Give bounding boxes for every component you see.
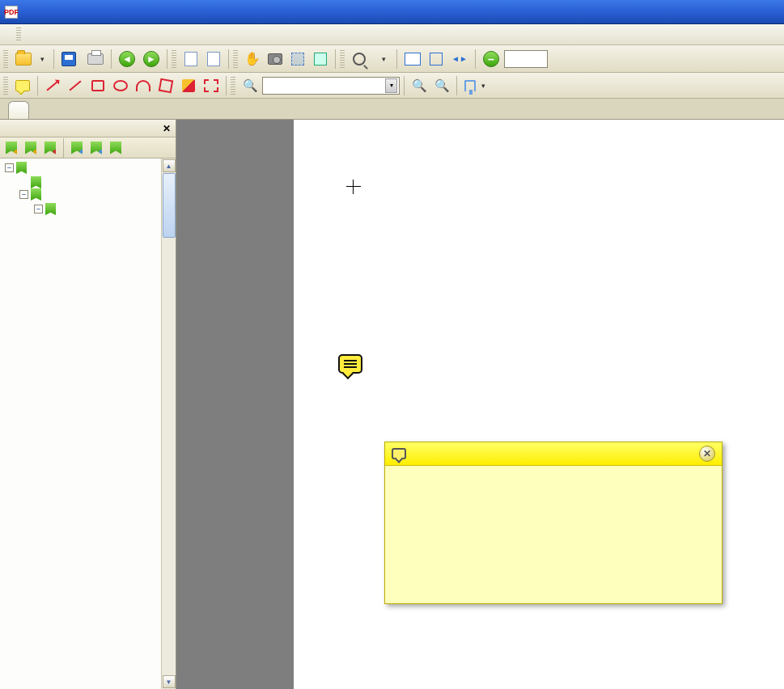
tree-node[interactable] — [19, 176, 176, 188]
find-combo[interactable]: ▾ — [262, 77, 400, 95]
scroll-thumb[interactable] — [163, 173, 176, 238]
find-button[interactable]: 🔍 — [239, 75, 261, 96]
separator — [456, 76, 457, 95]
printer-icon — [87, 53, 104, 65]
arrow-annot-button[interactable] — [42, 75, 63, 96]
sticky-note-button[interactable] — [12, 75, 33, 96]
nav-back-button[interactable]: ◄ — [116, 49, 138, 70]
toolbar-handle[interactable] — [340, 50, 345, 68]
title-bar: PDF — [0, 0, 784, 24]
sticky-note-header[interactable]: ✕ — [385, 442, 722, 466]
toolbar-handle[interactable] — [172, 50, 176, 68]
camera-icon — [268, 53, 282, 65]
bookmarks-toolbar — [0, 137, 176, 159]
snapshot-button[interactable] — [265, 49, 286, 70]
stamp-annot-button[interactable] — [201, 75, 222, 96]
bookmarks-tree: − − − — [0, 159, 176, 689]
separator — [228, 49, 229, 69]
collapse-icon[interactable]: − — [34, 205, 43, 213]
scroll-down-icon[interactable]: ▼ — [163, 675, 176, 688]
bookmark-indent-icon — [91, 142, 102, 154]
collapse-icon[interactable]: − — [19, 190, 28, 199]
separator — [396, 49, 397, 69]
arrow-icon — [46, 80, 58, 91]
bookmark-icon — [45, 203, 56, 215]
magnifier-icon — [353, 53, 366, 66]
app-icon: PDF — [5, 6, 18, 19]
chevron-down-icon[interactable]: ▾ — [479, 82, 487, 90]
bm-options-button[interactable] — [107, 139, 125, 157]
close-icon[interactable]: ✕ — [699, 446, 715, 462]
menu-bar — [0, 24, 784, 45]
close-icon[interactable]: ✕ — [163, 123, 171, 134]
select-tool-button[interactable] — [287, 49, 308, 70]
bookmark-icon — [31, 176, 41, 188]
find-prev-button[interactable]: 🔍 — [409, 75, 430, 96]
fit-page-button[interactable] — [426, 49, 447, 70]
toolbar-main: ▾ ◄ ► ✋ ▾ ◄► – — [0, 45, 784, 73]
sticky-note-popup[interactable]: ✕ — [384, 442, 723, 604]
collapse-icon[interactable]: − — [5, 163, 14, 172]
binoculars-left-icon: 🔍 — [412, 78, 426, 93]
toolbar-handle[interactable] — [3, 77, 8, 95]
arc-icon — [136, 80, 150, 91]
print-button[interactable] — [84, 49, 107, 70]
toolbar-handle[interactable] — [233, 50, 238, 68]
bm-move-out-button[interactable] — [68, 139, 86, 157]
separator — [111, 49, 112, 69]
nav-forward-button[interactable]: ► — [140, 49, 163, 70]
find-next-button[interactable]: 🔍 — [431, 75, 452, 96]
line-annot-button[interactable] — [65, 75, 86, 96]
bookmark-add-icon — [6, 142, 17, 154]
actual-size-button[interactable] — [401, 49, 424, 70]
chevron-down-icon[interactable]: ▾ — [38, 55, 46, 63]
filter-button[interactable]: ▾ — [461, 75, 490, 96]
toolbar-handle[interactable] — [231, 77, 235, 95]
sticky-note-body[interactable] — [385, 466, 722, 603]
rect-annot-button[interactable] — [87, 75, 108, 96]
bm-new-child-button[interactable] — [22, 139, 40, 157]
tree-node[interactable]: − − — [19, 188, 176, 218]
polygon-annot-button[interactable] — [155, 75, 176, 96]
image-tool-button[interactable] — [310, 49, 331, 70]
save-button[interactable] — [58, 49, 83, 70]
save-icon — [61, 52, 76, 66]
document-tab[interactable] — [8, 101, 29, 119]
oval-annot-button[interactable] — [110, 75, 131, 96]
rotate-cw-icon — [207, 52, 220, 66]
zoom-in-button[interactable]: ▾ — [371, 49, 392, 70]
bm-new-button[interactable] — [2, 139, 20, 157]
pencil-annot-button[interactable] — [178, 75, 199, 96]
scroll-up-icon[interactable]: ▲ — [163, 159, 176, 172]
folder-open-icon — [15, 53, 32, 66]
toolbar-handle[interactable] — [3, 50, 8, 68]
open-button[interactable]: ▾ — [12, 49, 49, 70]
arrow-right-icon: ► — [143, 51, 159, 67]
zoom-value-field[interactable] — [504, 50, 548, 68]
chevron-down-icon[interactable]: ▾ — [379, 55, 388, 63]
page-sticky-note-icon[interactable] — [338, 354, 362, 374]
document-tabs — [0, 99, 784, 120]
binoculars-right-icon: 🔍 — [434, 78, 449, 93]
binoculars-icon: 🔍 — [243, 78, 257, 93]
arc-annot-button[interactable] — [133, 75, 154, 96]
rotate-ccw-button[interactable] — [180, 49, 201, 70]
pdf-page[interactable]: ✕ — [294, 120, 784, 689]
bookmarks-scrollbar[interactable]: ▲ ▼ — [161, 159, 176, 689]
fit-width-button[interactable]: ◄► — [448, 49, 471, 70]
tree-node[interactable]: − — [34, 203, 176, 218]
chevron-down-icon[interactable]: ▾ — [385, 78, 397, 93]
pencil-icon — [182, 79, 195, 92]
rotate-cw-button[interactable] — [203, 49, 224, 70]
bm-move-in-button[interactable] — [87, 139, 105, 157]
zoom-tool-button[interactable] — [349, 49, 370, 70]
document-area: ✕ — [176, 120, 784, 689]
zoom-out-button[interactable]: – — [480, 49, 502, 70]
separator — [475, 49, 476, 69]
tree-node[interactable]: − − − — [5, 162, 176, 218]
bookmark-icon — [16, 162, 27, 174]
minus-icon: – — [483, 51, 499, 67]
separator — [167, 49, 167, 69]
hand-tool-button[interactable]: ✋ — [242, 49, 263, 70]
bm-delete-button[interactable] — [41, 139, 59, 157]
